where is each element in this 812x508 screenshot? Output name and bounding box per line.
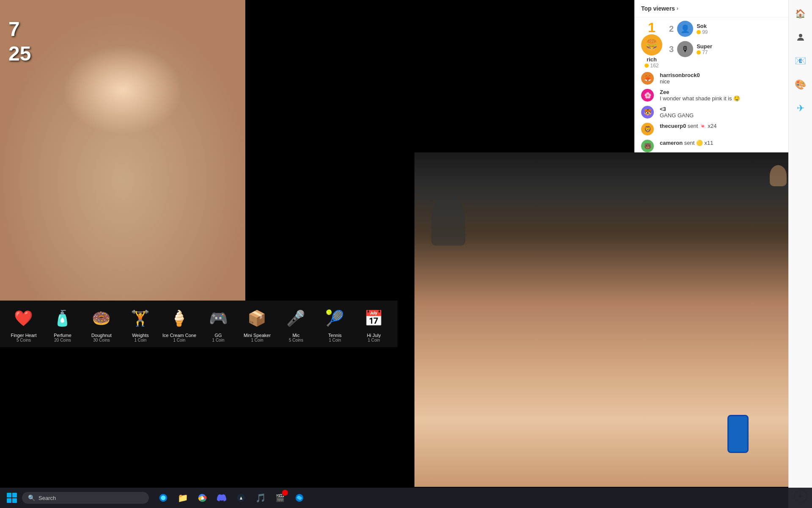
gift-hi-july[interactable]: 📅 Hi July 1 Coin [357, 306, 391, 342]
chat-content-3: <3 GANG GANG [660, 106, 782, 119]
gift-icon-mini-speaker: 📦 [244, 306, 270, 331]
rank3-number: 3 [669, 44, 674, 54]
gift-perfume[interactable]: 🧴 Perfume 20 Coins [46, 306, 80, 342]
gift-cost-tennis: 1 Coin [329, 338, 341, 342]
gift-name-weights: Weights [132, 333, 149, 338]
file-explorer-taskbar-app[interactable]: 📁 [173, 489, 192, 507]
gift-icon-weights: 🏋 [128, 306, 153, 331]
gift-doughnut[interactable]: 🍩 Doughnut 30 Coins [85, 306, 118, 342]
rank3-name: Super [697, 43, 712, 50]
gift-name-mic: Mic [292, 333, 299, 338]
rank3-coin-dot [697, 50, 701, 55]
taskbar-search[interactable]: 🔍 Search [22, 492, 149, 504]
gift-gg[interactable]: 🎮 GG 1 Coin [201, 306, 235, 342]
profile-icon[interactable] [792, 29, 809, 46]
gift-icon-finger-heart: ❤️ [11, 306, 36, 331]
gift-name-doughnut: Doughnut [91, 333, 112, 338]
discord-taskbar-app[interactable] [212, 489, 231, 507]
gift-name-perfume: Perfume [54, 333, 71, 338]
rank3-avatar: 🎙 [677, 41, 693, 57]
gift-finger-heart[interactable]: ❤️ Finger Heart 5 Coins [7, 306, 41, 342]
rank2-number: 2 [669, 24, 674, 34]
taskbar: 🔍 Search 📁 [0, 488, 812, 508]
brush-icon[interactable]: 🎨 [792, 76, 809, 93]
chat-username-2: Zee [660, 89, 782, 95]
gift-weights[interactable]: 🏋 Weights 1 Coin [123, 306, 157, 342]
gift-bar: ❤️ Finger Heart 5 Coins 🧴 Perfume 20 Coi… [0, 301, 398, 347]
streamer-visual [0, 0, 245, 301]
gift-cost-doughnut: 30 Coins [93, 338, 110, 342]
start-button[interactable] [3, 489, 20, 506]
chat-message-1: 🦊 harrisonbrock0 nice [641, 72, 782, 85]
chat-text-4: thecuerp0 sent 🍬 x24 [660, 123, 782, 129]
gift-name-tennis: Tennis [328, 333, 342, 338]
gift-mic[interactable]: 🎤 Mic 5 Coins [279, 306, 313, 342]
steam-taskbar-app[interactable]: ♟ [232, 489, 250, 507]
rank3-info: Super 77 [697, 43, 712, 55]
chat-avatar-2: 🌸 [641, 89, 654, 102]
gift-cost-mic: 5 Coins [289, 338, 303, 342]
rank1-name: rich [647, 56, 657, 63]
rank2-coin-dot [697, 30, 701, 34]
send-icon[interactable]: ✈ [792, 100, 809, 117]
rank1-viewer: 1 🍔 rich 162 [641, 21, 662, 69]
chat-avatar-4: 🦁 [641, 123, 654, 135]
gift-mini-speaker[interactable]: 📦 Mini Speaker 1 Coin [240, 306, 274, 342]
right-sidebar: 🏠 📧 🎨 ✈ + [788, 0, 812, 508]
chat-text-1: nice [660, 78, 782, 85]
gift-cost-mini-speaker: 1 Coin [251, 338, 263, 342]
gift-name-hi-july: Hi July [367, 333, 381, 338]
taskbar-apps: 📁 ♟ 🎵 🎬 [154, 489, 309, 507]
chat-text-2: I wonder what shade pink it is 🤤 [660, 95, 782, 102]
gift-cost-gg: 1 Coin [212, 338, 225, 342]
chat-message-4: 🦁 thecuerp0 sent 🍬 x24 [641, 123, 782, 135]
gift-tennis[interactable]: 🎾 Tennis 1 Coin [318, 306, 352, 342]
home-icon[interactable]: 🏠 [792, 5, 809, 22]
chat-message-3: 🐯 <3 GANG GANG [641, 106, 782, 119]
rank1-avatar: 🍔 [641, 34, 662, 55]
rank1-coin-dot [645, 64, 649, 68]
gift-icon-ice-cream: 🍦 [167, 306, 192, 331]
chat-text-3: GANG GANG [660, 112, 782, 119]
rank3-coin-count: 77 [702, 50, 708, 55]
chrome-taskbar-app[interactable] [193, 489, 211, 507]
search-text: Search [38, 495, 56, 501]
chat-avatar-3: 🐯 [641, 106, 654, 119]
gift-cost-weights: 1 Coin [134, 338, 146, 342]
viewers-layout: 1 🍔 rich 162 2 👤 Sok 99 [634, 17, 788, 69]
overlay-number2: 25 [8, 41, 31, 66]
edge-taskbar-app[interactable] [154, 489, 173, 507]
rank3-row: 3 🎙 Super 77 [669, 41, 782, 57]
browser2-taskbar-app[interactable] [290, 489, 309, 507]
overlay-numbers: 7 25 [8, 17, 31, 66]
svg-point-0 [799, 34, 802, 37]
main-video: 7 25 [0, 0, 398, 301]
chat-username-1: harrisonbrock0 [660, 72, 782, 78]
gift-ice-cream[interactable]: 🍦 Ice Cream Cone 1 Coin [162, 306, 196, 342]
gift-icon-tennis: 🎾 [322, 306, 348, 331]
gift-icon-perfume: 🧴 [50, 306, 75, 331]
tiktok-taskbar-app[interactable]: 🎵 [251, 489, 270, 507]
chat-avatar-5: 🐻 [641, 140, 654, 152]
rank2-avatar: 👤 [677, 21, 693, 37]
top-viewers-title: Top viewers [641, 5, 675, 12]
secondary-video [414, 152, 812, 487]
chat-username-3: <3 [660, 106, 782, 112]
obs-taskbar-app[interactable]: 🎬 [271, 489, 289, 507]
gift-cost-ice-cream: 1 Coin [173, 338, 186, 342]
chat-messages-container: 🦊 harrisonbrock0 nice 🌸 Zee I wonder wha… [634, 69, 788, 152]
outlook-icon[interactable]: 📧 [792, 52, 809, 69]
chat-content-5: cameron sent 🟡 x11 [660, 140, 782, 146]
gift-icon-gg: 🎮 [206, 306, 231, 331]
rank2-coins: 99 [697, 29, 708, 35]
top-viewers-arrow: › [677, 6, 678, 11]
gift-name-ice-cream: Ice Cream Cone [162, 333, 196, 338]
gift-icon-mic: 🎤 [283, 306, 309, 331]
gift-name-finger-heart: Finger Heart [11, 333, 36, 338]
rank2-coin-count: 99 [702, 29, 708, 35]
rank2-name: Sok [697, 23, 708, 29]
gift-icon-hi-july: 📅 [361, 306, 387, 331]
top-viewers-header[interactable]: Top viewers › [634, 0, 788, 17]
rank2-row: 2 👤 Sok 99 [669, 21, 782, 37]
chat-content-1: harrisonbrock0 nice [660, 72, 782, 85]
